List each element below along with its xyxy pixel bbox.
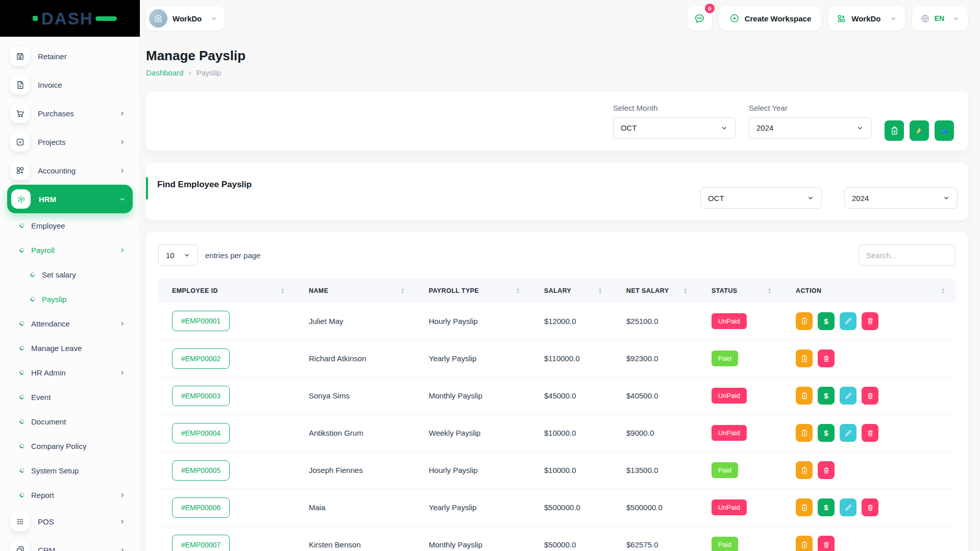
- sidebar-item-purchases[interactable]: Purchases: [7, 99, 133, 128]
- month-select[interactable]: OCT: [613, 117, 736, 139]
- net-salary-value: $9000.0: [612, 414, 698, 452]
- messages-count-badge: 0: [705, 4, 715, 13]
- app-root: DASH RetainerInvoicePurchasesProjectsAcc…: [0, 0, 980, 551]
- employee-id-pill[interactable]: #EMP00007: [172, 535, 230, 551]
- sidebar-item-accounting[interactable]: Accounting: [7, 156, 133, 185]
- card-accent-bar: [146, 177, 148, 199]
- workspace-label: WorkDo: [173, 14, 202, 23]
- employee-id-pill[interactable]: #EMP00004: [172, 423, 230, 443]
- employee-id-pill[interactable]: #EMP00006: [172, 497, 230, 518]
- column-header-net-salary[interactable]: NET SALARY▲▼: [612, 279, 698, 303]
- google-drive-button[interactable]: [910, 120, 929, 141]
- sidebar-item-event[interactable]: Event: [7, 385, 133, 409]
- sidebar-item-crm[interactable]: CRM: [7, 536, 133, 551]
- sort-icon[interactable]: ▲▼: [516, 287, 520, 294]
- sidebar-item-retainer[interactable]: Retainer: [7, 42, 133, 70]
- payslip-button[interactable]: $: [796, 536, 813, 551]
- sidebar-item-attendance[interactable]: Attendance: [7, 311, 133, 336]
- breadcrumb-dashboard-link[interactable]: Dashboard: [146, 68, 183, 77]
- pay-button[interactable]: $: [818, 312, 835, 330]
- sidebar-item-set-salary[interactable]: Set salary: [7, 262, 133, 287]
- brand-logo[interactable]: DASH: [0, 0, 140, 37]
- edit-button[interactable]: [840, 424, 856, 442]
- employee-id-pill[interactable]: #EMP00001: [172, 311, 230, 331]
- employee-id-pill[interactable]: #EMP00003: [172, 386, 230, 406]
- bulk-payment-button[interactable]: $: [885, 120, 904, 141]
- payslip-button[interactable]: $: [796, 312, 813, 330]
- sort-icon[interactable]: ▲▼: [598, 287, 602, 294]
- find-month-value: OCT: [708, 194, 724, 203]
- delete-button[interactable]: [862, 312, 878, 330]
- salary-value: $12000.0: [530, 303, 612, 340]
- delete-button[interactable]: [818, 349, 835, 367]
- sidebar-item-employee[interactable]: Employee: [7, 213, 133, 238]
- workspace-switcher[interactable]: WorkDo: [146, 6, 225, 31]
- pay-button[interactable]: $: [818, 387, 835, 405]
- delete-button[interactable]: [862, 387, 878, 405]
- sidebar-item-hr-admin[interactable]: HR Admin: [7, 360, 133, 385]
- pay-button[interactable]: $: [818, 424, 835, 442]
- sort-icon[interactable]: ▲▼: [683, 287, 688, 294]
- column-header-employee-id[interactable]: EMPLOYEE ID▲▼: [158, 279, 295, 303]
- sidebar-item-projects[interactable]: Projects: [7, 128, 133, 156]
- sidebar-item-report[interactable]: Report: [7, 483, 133, 507]
- messages-button[interactable]: 0: [688, 6, 712, 31]
- sidebar-item-invoice[interactable]: Invoice: [7, 70, 133, 99]
- column-header-name[interactable]: NAME▲▼: [295, 279, 415, 303]
- delete-button[interactable]: [818, 461, 835, 479]
- column-header-action[interactable]: ACTION▲▼: [782, 279, 955, 303]
- sidebar-item-label: Employee: [31, 221, 133, 230]
- language-selector[interactable]: EN: [912, 6, 968, 31]
- delete-button[interactable]: [862, 424, 878, 442]
- onedrive-button[interactable]: [935, 120, 954, 141]
- payslip-button[interactable]: $: [796, 349, 813, 367]
- entries-per-page-select[interactable]: 10: [158, 244, 198, 266]
- sidebar-item-payslip[interactable]: Payslip: [7, 287, 133, 311]
- clipboard-dollar-icon: $: [800, 317, 808, 325]
- payslip-button[interactable]: $: [796, 461, 813, 479]
- payslip-button[interactable]: $: [796, 387, 813, 405]
- employee-id-pill[interactable]: #EMP00002: [172, 348, 230, 369]
- find-month-select[interactable]: OCT: [700, 187, 822, 209]
- edit-button[interactable]: [840, 312, 856, 330]
- sidebar-item-manage-leave[interactable]: Manage Leave: [7, 336, 133, 360]
- sidebar-item-company-policy[interactable]: Company Policy: [7, 434, 133, 458]
- sidebar-item-document[interactable]: Document: [7, 409, 133, 434]
- payslip-button[interactable]: $: [796, 424, 813, 442]
- sort-icon[interactable]: ▲▼: [281, 287, 285, 294]
- find-year-select[interactable]: 2024: [844, 187, 958, 209]
- sort-icon[interactable]: ▲▼: [401, 287, 405, 294]
- delete-button[interactable]: [818, 536, 835, 551]
- edit-button[interactable]: [840, 498, 856, 516]
- employee-id-pill[interactable]: #EMP00005: [172, 460, 230, 481]
- column-header-status[interactable]: STATUS▲▼: [698, 279, 782, 303]
- app-menu-button[interactable]: WorkDo: [828, 6, 904, 31]
- search-input[interactable]: [859, 244, 955, 266]
- delete-button[interactable]: [862, 498, 878, 516]
- sidebar-item-payroll[interactable]: Payroll: [7, 238, 133, 262]
- column-header-payroll-type[interactable]: PAYROLL TYPE▲▼: [415, 279, 530, 303]
- sort-icon[interactable]: ▲▼: [941, 287, 945, 294]
- pay-button[interactable]: $: [818, 498, 835, 516]
- year-select[interactable]: 2024: [749, 117, 871, 139]
- status-badge: Paid: [712, 462, 738, 478]
- edit-button[interactable]: [840, 387, 856, 405]
- status-badge: UnPaid: [712, 425, 747, 441]
- svg-text:$: $: [803, 432, 805, 435]
- sort-icon[interactable]: ▲▼: [768, 287, 772, 294]
- sidebar-item-system-setup[interactable]: System Setup: [7, 458, 133, 483]
- logo-text: DASH: [41, 10, 93, 27]
- dot-bullet-icon: [19, 223, 24, 228]
- row-action-buttons: $$: [796, 424, 950, 442]
- workspace-avatar: [149, 9, 167, 28]
- sidebar-item-label: HRM: [39, 195, 119, 204]
- create-workspace-button[interactable]: Create Workspace: [719, 6, 822, 31]
- sidebar-item-pos[interactable]: POS: [7, 507, 133, 536]
- column-header-salary[interactable]: SALARY▲▼: [530, 279, 612, 303]
- payslip-button[interactable]: $: [796, 498, 813, 516]
- status-badge: UnPaid: [712, 388, 747, 404]
- sidebar-item-hrm[interactable]: HRM: [7, 185, 133, 213]
- chat-icon: [694, 13, 705, 24]
- table-row: #EMP00004Antikstion GrumWeekly Payslip$1…: [158, 414, 955, 452]
- pos-icon: [10, 512, 30, 531]
